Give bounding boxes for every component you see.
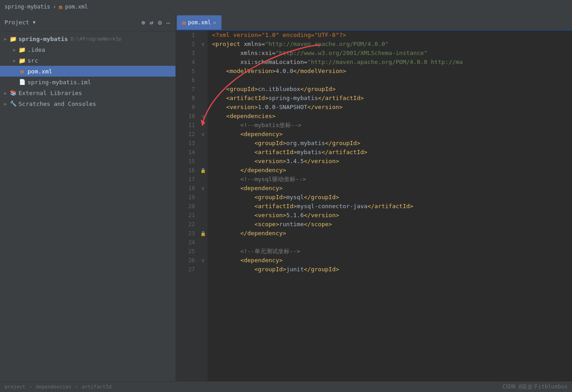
gutter-cell <box>198 211 208 220</box>
status-breadcrumb: project › dependencies › artifactId <box>5 384 111 390</box>
sidebar-item-root[interactable]: 📁 spring-mybatis D:\AProgramWorkSp <box>0 33 175 44</box>
iml-icon: 📄 <box>18 79 26 85</box>
tree-label-root: spring-mybatis <box>18 36 68 42</box>
gutter-cell: ▽ <box>198 40 208 49</box>
gutter-cell <box>198 157 208 166</box>
code-line: <project xmlns="http://maven.apache.org/… <box>212 40 572 49</box>
line-number: 13 <box>176 139 195 148</box>
sidebar-item-idea[interactable]: 📁 .idea <box>0 44 175 55</box>
gutter-cell <box>198 103 208 112</box>
tree-path-root: D:\AProgramWorkSp <box>71 36 122 42</box>
tree-label-iml: spring-mybatis.iml <box>28 79 91 86</box>
line-number: 22 <box>176 220 195 229</box>
code-line: <scope>runtime</scope> <box>212 220 572 229</box>
tab-pom[interactable]: m pom.xml × <box>177 15 221 30</box>
tree-label-pom: pom.xml <box>28 68 52 75</box>
code-line: <dependency> <box>212 256 572 265</box>
line-number: 21 <box>176 211 195 220</box>
scratch-icon: 🔧 <box>9 100 17 107</box>
code-line: <?xml version="1.0" encoding="UTF-8"?> <box>212 31 572 40</box>
gutter-cell <box>198 76 208 85</box>
code-line: xmlns:xsi="http://www.w3.org/2001/XMLSch… <box>212 49 572 58</box>
line-number: 18 <box>176 184 195 193</box>
sidebar-item-extlibs[interactable]: 📚 External Libraries <box>0 87 175 98</box>
gutter-cell <box>198 265 208 274</box>
minimize-icon[interactable]: — <box>166 18 171 27</box>
sidebar-header: Project ▼ ⊕ ⇄ ⚙ — <box>0 14 175 32</box>
line-number: 23 <box>176 229 195 238</box>
code-line: <!--mybatis坐标--> <box>212 121 572 130</box>
line-number: 2 <box>176 40 195 49</box>
gutter-cell <box>198 49 208 58</box>
tree-arrow-extlibs <box>2 91 9 96</box>
gutter-cell <box>198 175 208 184</box>
title-sep: › <box>53 4 56 10</box>
code-line <box>212 76 572 85</box>
line-number: 8 <box>176 94 195 103</box>
editor-container: m pom.xml × 1234567891011121314151617181… <box>176 14 572 381</box>
gutter-cell <box>198 247 208 256</box>
editor-body: 1234567891011121314151617181920212223242… <box>176 31 572 381</box>
tree-arrow-scratches <box>2 101 9 106</box>
gutter-cell: ▽ <box>198 130 208 139</box>
code-line: <version>1.0.0-SNAPSHOT</version> <box>212 103 572 112</box>
line-number: 1 <box>176 31 195 40</box>
gutter-cell <box>198 31 208 40</box>
tree-label-idea: .idea <box>28 46 45 53</box>
code-line: <!--mysql驱动坐标--> <box>212 175 572 184</box>
editor-area: m pom.xml × 1234567891011121314151617181… <box>176 14 572 381</box>
line-number: 17 <box>176 175 195 184</box>
line-number: 12 <box>176 130 195 139</box>
sidebar-header-icons: ⊕ ⇄ ⚙ — <box>140 18 171 27</box>
folder-icon-root: 📁 <box>9 36 17 42</box>
code-line: <dependencies> <box>212 112 572 121</box>
line-number: 16 <box>176 166 195 175</box>
sidebar-item-iml[interactable]: 📄 spring-mybatis.iml <box>0 77 175 87</box>
add-icon[interactable]: ⊕ <box>140 18 146 27</box>
sidebar-item-pom[interactable]: m pom.xml <box>0 66 175 77</box>
breadcrumb-project: project <box>5 384 25 390</box>
code-line: <modelVersion>4.0.0</modelVersion> <box>212 67 572 76</box>
line-number: 3 <box>176 49 195 58</box>
sidebar-item-scratches[interactable]: 🔧 Scratches and Consoles <box>0 98 175 109</box>
collapse-icon[interactable]: ⇄ <box>149 18 154 27</box>
settings-icon[interactable]: ⚙ <box>157 18 162 27</box>
maven-icon-pom: m <box>18 68 26 75</box>
sidebar-content: 📁 spring-mybatis D:\AProgramWorkSp 📁 .id… <box>0 32 175 381</box>
code-line: xsi:schemaLocation="http://maven.apache.… <box>212 58 572 67</box>
line-number: 24 <box>176 238 195 247</box>
tree-arrow-root <box>2 36 9 41</box>
main-layout: Project ▼ ⊕ ⇄ ⚙ — 📁 spring-mybatis D:\AP… <box>0 14 572 381</box>
watermark: CSDN @蓝盒子itbluebox <box>503 383 567 391</box>
tab-label: pom.xml <box>188 19 211 26</box>
code-line: <version>5.1.6</version> <box>212 211 572 220</box>
sidebar-item-src[interactable]: 📁 src <box>0 55 175 66</box>
gutter-cell: 🔒 <box>198 229 208 238</box>
sidebar-dropdown-arrow[interactable]: ▼ <box>33 20 36 25</box>
gutter-cell <box>198 121 208 130</box>
code-content[interactable]: <?xml version="1.0" encoding="UTF-8"?><p… <box>208 31 572 381</box>
line-number: 25 <box>176 247 195 256</box>
tab-close-btn[interactable]: × <box>213 20 216 26</box>
line-number: 27 <box>176 265 195 274</box>
maven-icon-title: m <box>59 4 62 10</box>
code-line <box>212 238 572 247</box>
line-number: 11 <box>176 121 195 130</box>
line-number: 15 <box>176 157 195 166</box>
gutter-cell <box>198 85 208 94</box>
gutter-cell <box>198 94 208 103</box>
code-line: <groupId>org.mybatis</groupId> <box>212 139 572 148</box>
gutter-cell <box>198 58 208 67</box>
line-number: 4 <box>176 58 195 67</box>
title-file: pom.xml <box>65 4 88 10</box>
breadcrumb-dependencies: dependencies <box>36 384 71 390</box>
code-line: <dependency> <box>212 130 572 139</box>
gutter-cell <box>198 202 208 211</box>
gutter: ▽▽▽🔒▽🔒▽ <box>198 31 208 381</box>
gutter-cell: ▽ <box>198 184 208 193</box>
line-number: 14 <box>176 148 195 157</box>
title-bar: spring-mybatis › m pom.xml <box>0 0 572 14</box>
title-project: spring-mybatis <box>5 4 50 10</box>
code-line: </dependency> <box>212 229 572 238</box>
code-line: <artifactId>mybatis</artifactId> <box>212 148 572 157</box>
